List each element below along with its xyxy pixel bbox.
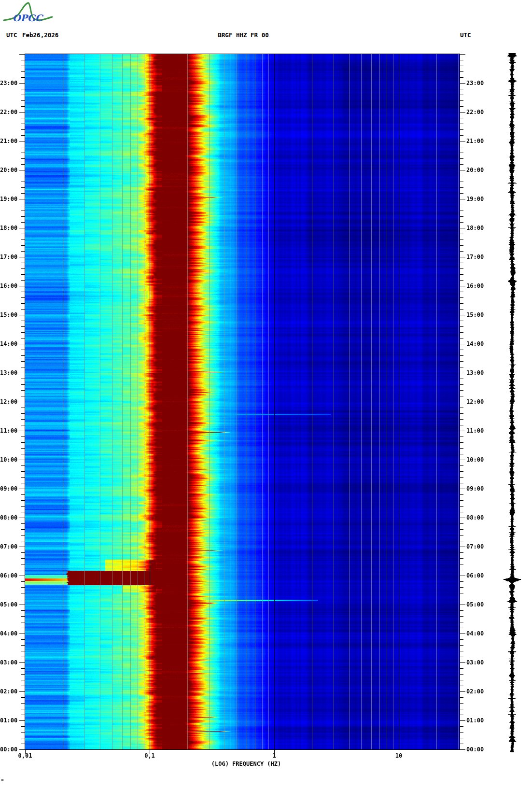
x-tick-label: 1 <box>272 752 276 759</box>
time-label-right: 09:00 <box>466 485 484 492</box>
spectrogram-page: OPGC UTC Feb26,2026 BRGF HHZ FR 00 UTC 0… <box>0 0 532 789</box>
time-label-left: 01:00 <box>0 717 17 724</box>
x-tick-label: 0,1 <box>144 752 155 759</box>
axes-ticks-canvas <box>0 0 532 789</box>
time-label-left: 09:00 <box>0 485 17 492</box>
corner-mark: * <box>1 778 4 784</box>
time-label-left: 17:00 <box>0 254 17 260</box>
time-label-right: 02:00 <box>466 688 484 695</box>
time-label-left: 08:00 <box>0 514 17 521</box>
time-label-left: 06:00 <box>0 572 17 579</box>
time-label-left: 11:00 <box>0 427 17 434</box>
time-label-right: 04:00 <box>466 630 484 637</box>
time-label-left: 21:00 <box>0 138 17 144</box>
time-label-left: 02:00 <box>0 688 17 695</box>
time-label-right: 07:00 <box>466 543 484 550</box>
time-label-left: 07:00 <box>0 543 17 550</box>
time-label-right: 03:00 <box>466 659 484 666</box>
time-label-left: 13:00 <box>0 369 17 376</box>
time-label-right: 18:00 <box>466 225 484 231</box>
time-label-right: 13:00 <box>466 369 484 376</box>
time-label-right: 19:00 <box>466 196 484 202</box>
time-label-right: 15:00 <box>466 311 484 318</box>
time-label-right: 22:00 <box>466 109 484 115</box>
time-label-left: 23:00 <box>0 80 17 86</box>
time-label-right: 01:00 <box>466 717 484 724</box>
time-label-right: 06:00 <box>466 572 484 579</box>
time-label-left: 20:00 <box>0 167 17 173</box>
time-label-right: 21:00 <box>466 138 484 144</box>
time-label-left: 16:00 <box>0 282 17 289</box>
time-label-left: 12:00 <box>0 398 17 405</box>
seismogram-trace-canvas <box>498 53 527 752</box>
time-label-right: 12:00 <box>466 398 484 405</box>
time-label-right: 14:00 <box>466 340 484 347</box>
time-label-left: 05:00 <box>0 601 17 608</box>
time-label-right: 05:00 <box>466 601 484 608</box>
time-label-right: 08:00 <box>466 514 484 521</box>
time-label-right: 10:00 <box>466 456 484 463</box>
time-label-left: 03:00 <box>0 659 17 666</box>
time-label-left: 18:00 <box>0 225 17 231</box>
time-label-right: 11:00 <box>466 427 484 434</box>
x-axis-title: (LOG) FREQUENCY (HZ) <box>211 761 281 767</box>
time-label-right: 16:00 <box>466 282 484 289</box>
time-label-right: 23:00 <box>466 80 484 86</box>
x-tick-label: 10 <box>395 752 402 759</box>
time-label-right: 20:00 <box>466 167 484 173</box>
time-label-right: 00:00 <box>466 746 484 753</box>
time-label-left: 10:00 <box>0 456 17 463</box>
time-label-left: 19:00 <box>0 196 17 202</box>
time-label-left: 04:00 <box>0 630 17 637</box>
time-label-left: 15:00 <box>0 311 17 318</box>
time-label-left: 14:00 <box>0 340 17 347</box>
time-label-left: 00:00 <box>0 746 17 753</box>
x-tick-label: 0,01 <box>18 752 32 759</box>
time-label-right: 17:00 <box>466 254 484 260</box>
time-label-left: 22:00 <box>0 109 17 115</box>
